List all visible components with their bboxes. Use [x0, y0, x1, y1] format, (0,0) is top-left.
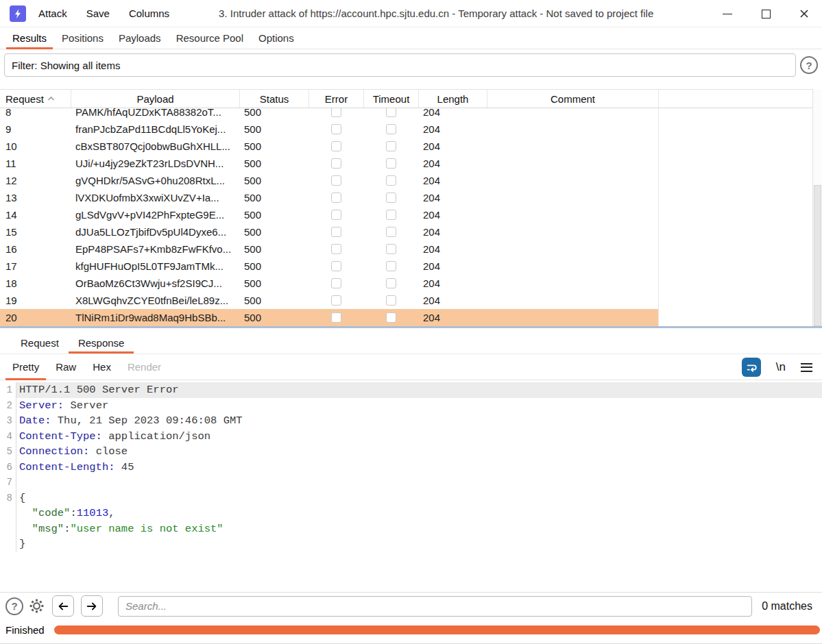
title-bar: Attack Save Columns 3. Intruder attack o…	[0, 0, 822, 27]
error-checkbox[interactable]	[331, 210, 341, 220]
close-button[interactable]	[797, 7, 811, 21]
editor-line: 3 Date: Thu, 21 Sep 2023 09:46:08 GMT	[0, 413, 822, 429]
tab-pretty[interactable]: Pretty	[4, 354, 47, 380]
search-settings-icon[interactable]	[27, 597, 45, 615]
error-checkbox[interactable]	[331, 124, 341, 134]
editor-line: 7	[0, 475, 822, 491]
timeout-checkbox[interactable]	[386, 261, 396, 271]
maximize-button[interactable]	[759, 7, 773, 21]
error-checkbox[interactable]	[331, 295, 341, 306]
error-checkbox[interactable]	[331, 244, 341, 254]
error-checkbox[interactable]	[331, 278, 341, 288]
table-row[interactable]: 16 EpP48PSAFs7+Kmb8zFwFKfvo... 500 204	[0, 240, 822, 258]
filter-row: Filter: Showing all items ?	[0, 49, 822, 81]
next-match-button[interactable]	[81, 595, 103, 617]
column-header-request[interactable]: Request	[0, 90, 71, 108]
table-row[interactable]: 18 OrBaoMz6Ct3Wwju+sf2SI9CJ... 500 204	[0, 275, 822, 292]
table-row[interactable]: 9 franPJcbZaPd11BCdqLl5YoKej... 500 204	[0, 121, 822, 138]
window-title: 3. Intruder attack of https://account.hp…	[219, 8, 653, 19]
table-row[interactable]: 15 dJUa5LLOzTjbifDv5pUl4Dyxe6... 500 204	[0, 223, 822, 240]
filter-help-icon[interactable]: ?	[800, 56, 818, 74]
column-header-payload[interactable]: Payload	[71, 90, 239, 108]
tab-results[interactable]: Results	[5, 27, 54, 49]
intruder-attack-window: Attack Save Columns 3. Intruder attack o…	[0, 0, 822, 644]
vertical-scrollbar[interactable]	[812, 89, 822, 326]
burp-attack-icon	[10, 5, 26, 22]
timeout-checkbox[interactable]	[386, 244, 396, 254]
table-row[interactable]: 17 kfgHUFHuOpI5L0TF9JamTMk... 500 204	[0, 258, 822, 275]
search-help-icon[interactable]: ?	[5, 597, 23, 615]
error-checkbox[interactable]	[331, 158, 341, 169]
attack-status-label: Finished	[5, 624, 45, 636]
filter-bar[interactable]: Filter: Showing all items	[4, 53, 796, 77]
tab-options[interactable]: Options	[251, 27, 302, 49]
word-wrap-icon[interactable]	[742, 358, 761, 377]
tab-render: Render	[119, 354, 169, 380]
timeout-checkbox[interactable]	[386, 193, 396, 203]
menu-save[interactable]: Save	[86, 8, 110, 19]
search-input[interactable]	[118, 596, 752, 617]
newline-toggle-icon[interactable]: \n	[776, 360, 786, 374]
results-table-body: 8 PAMK/hfAqUZDxKTA88382oT... 500 204 9 f…	[0, 108, 822, 326]
panel-splitter[interactable]	[0, 326, 822, 332]
error-checkbox[interactable]	[331, 175, 341, 186]
editor-line: ″msg″:″user name is not exist″	[0, 521, 822, 537]
editor-line: 1 HTTP/1.1 500 Server Error	[0, 382, 822, 398]
table-row[interactable]: 10 cBxSBT807Qcj0obwBuGhXHLL... 500 204	[0, 138, 822, 155]
minimize-button[interactable]	[721, 7, 734, 21]
error-checkbox[interactable]	[331, 227, 341, 237]
timeout-checkbox[interactable]	[386, 108, 396, 117]
editor-line: 2 Server: Server	[0, 398, 822, 414]
status-bar: Finished	[0, 619, 822, 643]
table-row[interactable]: 11 UJi/+u4jy29eZkT23rLDsDVNH... 500 204	[0, 155, 822, 172]
timeout-checkbox[interactable]	[386, 210, 396, 220]
column-header-comment[interactable]: Comment	[487, 90, 658, 108]
menu-attack[interactable]: Attack	[38, 8, 67, 19]
table-row[interactable]: 8 PAMK/hfAqUZDxKTA88382oT... 500 204	[0, 108, 822, 121]
column-header-timeout[interactable]: Timeout	[363, 90, 418, 108]
timeout-checkbox[interactable]	[386, 278, 396, 288]
timeout-checkbox[interactable]	[386, 295, 396, 306]
column-header-length[interactable]: Length	[418, 90, 487, 108]
attack-progress-bar	[54, 626, 820, 634]
error-checkbox[interactable]	[331, 108, 341, 117]
menu-columns[interactable]: Columns	[129, 8, 169, 19]
response-editor: 1 HTTP/1.1 500 Server Error 2 Server: Se…	[0, 380, 822, 592]
error-checkbox[interactable]	[331, 141, 341, 151]
timeout-checkbox[interactable]	[386, 124, 396, 134]
column-header-status[interactable]: Status	[239, 90, 309, 108]
timeout-checkbox[interactable]	[386, 158, 396, 169]
error-checkbox[interactable]	[331, 193, 341, 203]
table-row[interactable]: 12 gVQHDkr/5ASvG+0hu208RtxL... 500 204	[0, 172, 822, 189]
editor-line: ″code″:11013,	[0, 506, 822, 521]
tab-positions[interactable]: Positions	[54, 27, 111, 49]
menu-icon[interactable]	[801, 363, 812, 372]
timeout-checkbox[interactable]	[386, 227, 396, 237]
window-controls	[721, 0, 811, 27]
timeout-checkbox[interactable]	[386, 175, 396, 186]
previous-match-button[interactable]	[52, 595, 74, 617]
tab-request[interactable]: Request	[11, 332, 69, 354]
tab-response[interactable]: Response	[69, 332, 134, 354]
error-checkbox[interactable]	[331, 261, 341, 271]
tab-raw[interactable]: Raw	[47, 354, 84, 380]
table-row[interactable]: 14 gLSdVgvV+pVI42PhFxpteG9E... 500 204	[0, 206, 822, 223]
timeout-checkbox[interactable]	[386, 141, 396, 151]
tab-payloads[interactable]: Payloads	[111, 27, 169, 49]
tab-hex[interactable]: Hex	[84, 354, 119, 380]
editor-line: 6 Content-Length: 45	[0, 460, 822, 475]
tab-resource-pool[interactable]: Resource Pool	[169, 27, 251, 49]
column-header-error[interactable]: Error	[309, 90, 363, 108]
error-checkbox[interactable]	[331, 312, 341, 323]
table-row[interactable]: 13 lVXDKUofmbX3xwiXUvZV+Ia... 500 204	[0, 189, 822, 206]
editor-line: 5 Connection: close	[0, 444, 822, 460]
editor-line: 4 Content-Type: application/json	[0, 429, 822, 445]
timeout-checkbox[interactable]	[386, 312, 396, 323]
message-tab-bar: Request Response	[0, 332, 822, 354]
editor-line: 8 {	[0, 491, 822, 506]
table-row-selected[interactable]: 20 TlNiRm1iDr9wad8Maq9HbSBb... 500 204	[0, 309, 822, 326]
table-row[interactable]: 19 X8LWGqhvZCYE0tfnBei/leL89z... 500 204	[0, 292, 822, 309]
scrollbar-thumb[interactable]	[814, 185, 821, 326]
filter-text: Filter: Showing all items	[12, 60, 120, 71]
column-header-filler	[658, 90, 822, 108]
